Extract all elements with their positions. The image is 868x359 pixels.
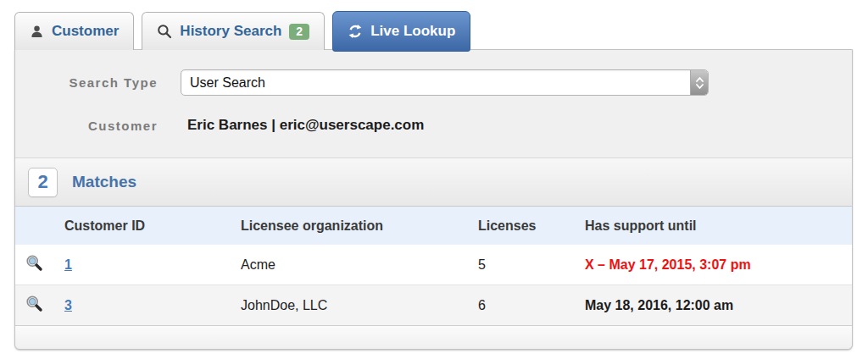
search-type-label: Search Type [15, 75, 158, 90]
magnifier-icon[interactable] [25, 254, 43, 272]
tab-history-search[interactable]: History Search 2 [142, 12, 325, 50]
person-icon [30, 25, 44, 39]
tab-label: Live Lookup [370, 23, 455, 40]
licenses-cell: 5 [471, 245, 578, 285]
organization-cell: Acme [234, 245, 471, 285]
panel-footer [15, 325, 852, 349]
table-row: 3 JohnDoe, LLC 6 May 18, 2016, 12:00 am [15, 285, 852, 326]
col-header-support: Has support until [578, 207, 852, 245]
customer-id-link[interactable]: 3 [64, 298, 72, 312]
results-header-row: Customer ID Licensee organization Licens… [15, 207, 852, 245]
tab-live-lookup[interactable]: Live Lookup [332, 11, 470, 52]
magnifier-icon[interactable] [25, 295, 43, 312]
tab-label: Customer [52, 23, 119, 40]
customer-label: Customer [15, 119, 158, 133]
lookup-form: Search Type User Search Customer Eric Ba… [15, 50, 852, 157]
licenses-cell: 6 [471, 285, 578, 326]
table-row: 1 Acme 5 X – May 17, 2015, 3:07 pm [15, 245, 852, 285]
results-table: Customer ID Licensee organization Licens… [15, 207, 852, 325]
customer-value: Eric Barnes | eric@userscape.com [187, 117, 424, 134]
support-until-cell: X – May 17, 2015, 3:07 pm [578, 245, 852, 285]
search-type-select[interactable]: User Search [181, 69, 709, 96]
tab-customer[interactable]: Customer [14, 12, 134, 50]
organization-cell: JohnDoe, LLC [234, 285, 471, 326]
col-header-organization: Licensee organization [234, 207, 471, 245]
tab-label: History Search [180, 23, 281, 40]
customer-id-link[interactable]: 1 [64, 257, 72, 272]
support-until-cell: May 18, 2016, 12:00 am [578, 285, 852, 326]
search-icon [157, 24, 172, 39]
tab-bar: Customer History Search 2 Live Lookup [14, 11, 470, 50]
live-lookup-panel: Search Type User Search Customer Eric Ba… [14, 49, 853, 350]
matches-label: Matches [72, 173, 136, 191]
history-count-badge: 2 [289, 24, 309, 40]
customer-row: Customer Eric Barnes | eric@userscape.co… [15, 117, 852, 134]
search-type-row: Search Type User Search [15, 69, 852, 96]
matches-count: 2 [28, 168, 58, 197]
refresh-icon [348, 24, 363, 39]
search-type-selected-value: User Search [181, 75, 690, 91]
select-stepper-icon [690, 70, 708, 95]
col-header-icon [15, 207, 58, 245]
col-header-customer-id: Customer ID [58, 207, 234, 245]
matches-header: 2 Matches [15, 157, 852, 207]
col-header-licenses: Licenses [471, 207, 578, 245]
